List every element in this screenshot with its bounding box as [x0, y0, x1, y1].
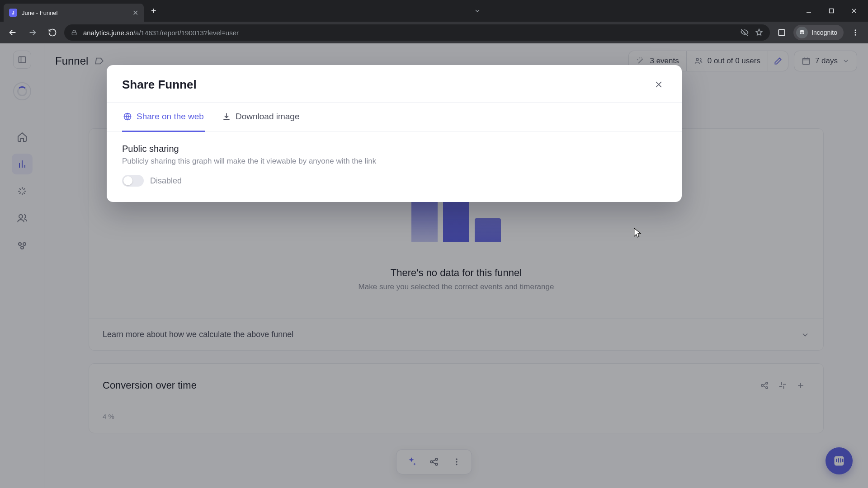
nav-reload-button[interactable]	[44, 24, 61, 41]
incognito-badge[interactable]: Incognito	[793, 25, 844, 40]
incognito-icon	[796, 27, 808, 38]
tab-close-icon[interactable]: ✕	[132, 9, 138, 17]
window-controls	[798, 4, 868, 18]
svg-rect-2	[779, 29, 785, 35]
modal-tabs: Share on the web Download image	[107, 102, 682, 132]
svg-point-4	[855, 32, 856, 33]
tab-share-web[interactable]: Share on the web	[122, 103, 205, 132]
incognito-label: Incognito	[811, 29, 837, 36]
window-minimize-button[interactable]	[798, 4, 819, 18]
browser-toolbar: analytics.june.so/a/14631/report/190013?…	[0, 22, 868, 43]
tab-favicon-icon: J	[9, 9, 17, 17]
close-icon	[654, 80, 663, 89]
public-sharing-toggle[interactable]	[122, 175, 144, 187]
nav-back-button[interactable]	[5, 24, 21, 41]
window-close-button[interactable]	[844, 4, 864, 18]
svg-rect-0	[830, 9, 834, 13]
download-icon	[222, 112, 231, 121]
lock-icon	[71, 29, 78, 36]
tab-download-label: Download image	[236, 112, 300, 122]
toggle-state-label: Disabled	[150, 176, 182, 186]
share-modal: Share Funnel Share on the web Download i…	[107, 65, 682, 202]
svg-point-3	[855, 29, 856, 31]
browser-menu-button[interactable]	[847, 24, 863, 41]
tab-download-image[interactable]: Download image	[221, 103, 301, 132]
url-bar[interactable]: analytics.june.so/a/14631/report/190013?…	[64, 24, 770, 41]
bookmark-star-icon[interactable]	[755, 28, 764, 37]
browser-tab[interactable]: J June - Funnel ✕	[4, 4, 144, 22]
url-text: analytics.june.so/a/14631/report/190013?…	[83, 29, 735, 37]
modal-title: Share Funnel	[122, 78, 651, 92]
public-sharing-heading: Public sharing	[122, 144, 666, 154]
tabstrip-dropdown-icon[interactable]	[468, 7, 486, 14]
tab-share-web-label: Share on the web	[137, 112, 204, 122]
new-tab-button[interactable]: +	[151, 6, 156, 16]
nav-forward-button[interactable]	[24, 24, 41, 41]
globe-icon	[123, 112, 132, 121]
window-maximize-button[interactable]	[821, 4, 842, 18]
tab-title: June - Funnel	[22, 9, 128, 16]
public-sharing-description: Publicly sharing this graph will make th…	[122, 157, 666, 166]
svg-point-5	[855, 34, 856, 36]
app-viewport: Funnel 3 events 0 out of 0 users 7 days	[0, 43, 868, 488]
modal-close-button[interactable]	[651, 77, 666, 92]
eye-off-icon[interactable]	[740, 28, 749, 37]
browser-tabstrip: J June - Funnel ✕ +	[0, 0, 868, 22]
extensions-button[interactable]	[774, 24, 790, 41]
svg-rect-1	[72, 32, 76, 35]
